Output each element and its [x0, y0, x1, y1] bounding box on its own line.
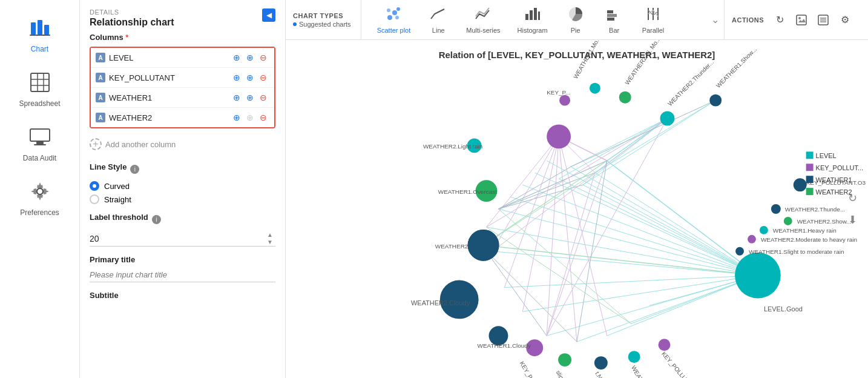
- settings-button[interactable]: ⚙: [837, 12, 853, 28]
- svg-point-17: [387, 8, 390, 12]
- suggested-dot-icon: [293, 22, 297, 26]
- column-remove-button[interactable]: ⊖: [257, 111, 269, 124]
- svg-rect-135: [806, 151, 814, 159]
- radio-item-straight[interactable]: Straight: [90, 194, 275, 204]
- threshold-info-icon[interactable]: i: [152, 215, 161, 224]
- svg-rect-26: [607, 18, 614, 21]
- actions-bar: ACTIONS ↻ ⚙: [724, 0, 861, 40]
- sidebar-item-chart[interactable]: Chart: [0, 5, 79, 59]
- svg-rect-11: [34, 144, 46, 145]
- parallel-label: Parallel: [642, 27, 665, 34]
- sidebar-item-spreadsheet[interactable]: Spreadsheet: [0, 59, 79, 114]
- label-threshold-section: Label threshold i ▲ ▼: [90, 213, 275, 247]
- column-up-button[interactable]: ⊕: [231, 111, 243, 124]
- chart-type-pie[interactable]: Pie: [556, 2, 595, 38]
- column-settings-button[interactable]: ⊕: [244, 111, 256, 124]
- add-column-button[interactable]: + Add another column: [90, 134, 275, 154]
- radio-item-curved[interactable]: Curved: [90, 181, 275, 191]
- primary-title-input[interactable]: [90, 268, 275, 282]
- collapse-button[interactable]: ◀: [262, 8, 275, 22]
- parallel-icon: [645, 5, 662, 25]
- column-name: KEY_POLLUTANT: [109, 73, 226, 82]
- svg-point-125: [784, 217, 792, 225]
- svg-point-15: [392, 10, 397, 15]
- sidebar: Chart Spreadsheet Data Audit: [0, 0, 80, 378]
- chart-type-parallel[interactable]: Parallel: [634, 2, 673, 38]
- export-data-button[interactable]: [815, 12, 832, 28]
- threshold-decrement-button[interactable]: ▼: [265, 239, 275, 246]
- svg-line-52: [607, 276, 758, 336]
- primary-title-section: Primary title: [90, 255, 275, 282]
- column-up-button[interactable]: ⊕: [231, 91, 243, 104]
- chart-refresh-button[interactable]: ↻: [844, 190, 861, 207]
- column-actions: ⊕ ⊕ ⊖: [231, 111, 269, 124]
- sidebar-item-preferences-label: Preferences: [20, 208, 59, 217]
- export-image-button[interactable]: [793, 12, 810, 28]
- column-type-badge: A: [96, 53, 105, 62]
- svg-line-84: [487, 227, 631, 323]
- chart-type-bar[interactable]: Bar: [595, 2, 634, 38]
- line-style-label-row: Line Style i: [90, 162, 275, 176]
- refresh-button[interactable]: ↻: [771, 12, 788, 28]
- bar-chart-icon: [25, 13, 54, 42]
- threshold-increment-button[interactable]: ▲: [265, 231, 275, 239]
- expand-chart-types-button[interactable]: ⌄: [706, 12, 724, 28]
- details-body: Columns * A LEVEL ⊕ ⊕ ⊖ A KEY_POLLUTANT …: [80, 33, 285, 378]
- threshold-spinner: ▲ ▼: [265, 231, 275, 246]
- column-settings-button[interactable]: ⊕: [244, 91, 256, 104]
- svg-point-103: [547, 125, 571, 149]
- chart-type-multi-series[interactable]: Multi-series: [458, 2, 508, 38]
- svg-text:WEATHER1.Cloudy: WEATHER1.Cloudy: [478, 342, 531, 349]
- svg-text:WEATHER2.Thunder...: WEATHER2.Thunder...: [666, 59, 715, 107]
- svg-rect-30: [797, 15, 806, 25]
- svg-line-71: [484, 173, 595, 245]
- main-area: CHART TYPES Suggested charts Scatter plo…: [286, 0, 868, 378]
- gear-icon: [25, 177, 54, 206]
- sidebar-item-preferences[interactable]: Preferences: [0, 168, 79, 223]
- column-item: A KEY_POLLUTANT ⊕ ⊕ ⊖: [91, 68, 274, 88]
- line-icon: [430, 5, 447, 25]
- svg-text:WEATHER1...: WEATHER1...: [630, 365, 655, 378]
- svg-text:KEY_POLLUTANT.PM2.5: KEY_POLLUTANT.PM2.5: [519, 360, 559, 378]
- threshold-input[interactable]: [90, 231, 265, 246]
- svg-point-31: [798, 17, 801, 19]
- svg-rect-0: [31, 22, 36, 35]
- chart-download-button[interactable]: ⬇: [844, 211, 861, 228]
- svg-point-93: [619, 91, 631, 104]
- svg-text:WEATHER1.Show...: WEATHER1.Show...: [715, 46, 758, 89]
- chart-type-scatter[interactable]: Scatter plot: [369, 2, 419, 38]
- column-settings-button[interactable]: ⊕: [244, 71, 256, 84]
- column-settings-button[interactable]: ⊕: [244, 51, 256, 64]
- column-type-badge: A: [96, 73, 105, 82]
- subtitle-section: Subtitle: [90, 291, 275, 300]
- column-actions: ⊕ ⊕ ⊖: [231, 91, 269, 104]
- svg-point-16: [396, 7, 400, 11]
- threshold-label-row: Label threshold i: [90, 213, 275, 227]
- svg-rect-10: [36, 142, 44, 144]
- column-type-badge: A: [96, 113, 105, 122]
- scatter-label: Scatter plot: [377, 27, 411, 34]
- svg-line-73: [607, 119, 668, 161]
- add-column-label: Add another column: [105, 140, 176, 149]
- chart-type-line[interactable]: Line: [419, 2, 458, 38]
- chart-title: Relation of [LEVEL, KEY_POLLUTANT, WEATH…: [439, 50, 715, 60]
- svg-point-101: [735, 253, 781, 299]
- svg-rect-3: [30, 35, 50, 36]
- column-remove-button[interactable]: ⊖: [257, 51, 269, 64]
- sidebar-item-data-audit[interactable]: Data Audit: [0, 114, 79, 168]
- column-remove-button[interactable]: ⊖: [257, 91, 269, 104]
- column-up-button[interactable]: ⊕: [231, 71, 243, 84]
- suggested-charts-label: Suggested charts: [299, 21, 351, 28]
- column-up-button[interactable]: ⊕: [231, 51, 243, 64]
- svg-rect-137: [806, 164, 814, 171]
- column-remove-button[interactable]: ⊖: [257, 71, 269, 84]
- svg-point-131: [735, 247, 744, 256]
- monitor-icon: [25, 122, 54, 151]
- bar-chart-type-icon: [606, 5, 623, 25]
- svg-point-123: [771, 204, 781, 214]
- svg-line-88: [577, 161, 607, 342]
- chart-type-histogram[interactable]: Histogram: [509, 2, 556, 38]
- line-style-info-icon[interactable]: i: [130, 165, 139, 174]
- line-style-label: Line Style: [90, 162, 127, 171]
- plus-circle-icon: +: [90, 138, 102, 150]
